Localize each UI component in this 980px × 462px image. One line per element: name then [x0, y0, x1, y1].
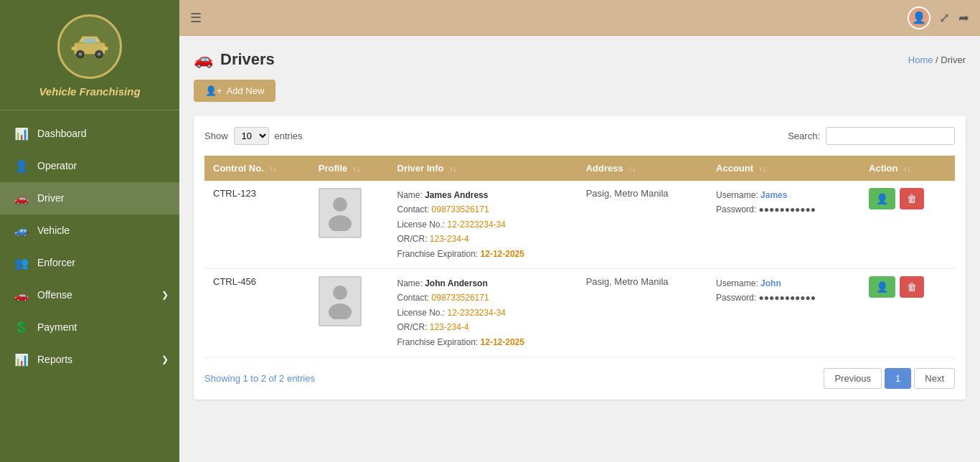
sort-icon-driver: ↑↓: [449, 165, 456, 173]
svg-point-9: [329, 215, 352, 231]
expand-icon[interactable]: ⤢: [939, 10, 950, 26]
svg-rect-7: [103, 47, 108, 50]
sidebar: Vehicle Franchising 📊 Dashboard 👤 Operat…: [0, 0, 179, 462]
edit-icon: 👤: [876, 193, 888, 204]
sort-icon-action: ↑↓: [903, 165, 910, 173]
sidebar-item-dashboard[interactable]: 📊 Dashboard: [0, 118, 179, 150]
table-row: CTRL-456 Name: John Anderson Contact: 09…: [204, 268, 955, 357]
account-info: Username: John Password: ●●●●●●●●●●●: [716, 276, 852, 306]
driver-icon: 🚗: [14, 192, 29, 205]
topbar-right: 👤 ⤢ ➦: [908, 6, 969, 29]
show-label: Show: [204, 131, 228, 141]
page-header: 🚗 Drivers Home / Driver: [194, 50, 966, 69]
ctrl-no-cell: CTRL-456: [204, 268, 310, 357]
topbar: ☰ 👤 ⤢ ➦: [179, 0, 980, 36]
add-new-button[interactable]: 👤+ Add New: [194, 80, 275, 102]
entries-label: entries: [275, 131, 303, 141]
entries-select[interactable]: 10 25 50: [234, 127, 269, 145]
reports-icon: 📊: [14, 353, 29, 367]
show-entries: Show 10 25 50 entries: [204, 127, 303, 145]
action-buttons: 👤 🗑: [869, 188, 946, 209]
sort-icon-account: ↑↓: [759, 165, 766, 173]
sidebar-item-label: Vehicle: [37, 225, 70, 236]
dashboard-icon: 📊: [14, 127, 29, 141]
th-address[interactable]: Address ↑↓: [578, 156, 707, 181]
table-row: CTRL-123 Name: James Andress Contact: 09…: [204, 181, 955, 268]
delete-button[interactable]: 🗑: [900, 188, 924, 209]
sidebar-item-operator[interactable]: 👤 Operator: [0, 150, 179, 182]
svg-point-11: [329, 303, 352, 319]
sidebar-item-label: Offense: [37, 289, 72, 301]
car-logo-icon: [68, 32, 111, 61]
pagination-info: Showing 1 to 2 of 2 entries: [204, 373, 315, 384]
operator-icon: 👤: [14, 159, 29, 173]
pagination-buttons: Previous 1 Next: [824, 368, 955, 389]
sidebar-item-driver[interactable]: 🚗 Driver: [0, 182, 179, 214]
sidebar-item-offense[interactable]: 🚗 Offense ❯: [0, 279, 179, 311]
account-username: Username: John: [716, 276, 852, 291]
sidebar-item-enforcer[interactable]: 👥 Enforcer: [0, 247, 179, 279]
enforcer-icon: 👥: [14, 256, 29, 270]
driver-orcr: OR/CR: 123-234-4: [397, 320, 569, 334]
breadcrumb: Home / Driver: [908, 55, 966, 65]
driver-name: Name: John Anderson: [397, 276, 569, 291]
th-account[interactable]: Account ↑↓: [707, 156, 860, 181]
sidebar-item-label: Dashboard: [37, 128, 87, 139]
svg-point-4: [98, 52, 100, 55]
th-ctrl[interactable]: Control No. ↑↓: [204, 156, 310, 181]
driver-info-cell: Name: James Andress Contact: 09873352617…: [389, 181, 578, 268]
hamburger-button[interactable]: ☰: [190, 10, 202, 26]
account-cell: Username: John Password: ●●●●●●●●●●●: [707, 268, 860, 357]
action-cell: 👤 🗑: [860, 268, 955, 357]
account-cell: Username: James Password: ●●●●●●●●●●●: [707, 181, 860, 268]
svg-point-10: [333, 286, 347, 300]
chevron-right-icon-reports: ❯: [161, 354, 169, 364]
sidebar-item-label: Driver: [37, 192, 64, 204]
profile-avatar: [319, 276, 362, 326]
search-label: Search:: [788, 131, 820, 141]
page-title-wrap: 🚗 Drivers: [194, 50, 275, 69]
sort-icon-address: ↑↓: [628, 165, 636, 173]
profile-avatar: [319, 188, 362, 238]
sidebar-item-label: Reports: [37, 354, 72, 365]
sidebar-item-payment[interactable]: 💲 Payment: [0, 311, 179, 344]
main-content: ☰ 👤 ⤢ ➦ 🚗 Drivers Home / Driver 👤+ Add N…: [179, 0, 980, 462]
sidebar-nav: 📊 Dashboard 👤 Operator 🚗 Driver 🚙 Vehicl…: [0, 110, 179, 463]
next-button[interactable]: Next: [914, 368, 955, 389]
account-password: Password: ●●●●●●●●●●●: [716, 291, 852, 305]
sidebar-logo: Vehicle Franchising: [0, 0, 179, 110]
th-driver-info[interactable]: Driver Info ↑↓: [389, 156, 578, 181]
drivers-table: Control No. ↑↓ Profile ↑↓ Driver Info ↑↓: [204, 156, 955, 357]
sidebar-item-reports[interactable]: 📊 Reports ❯: [0, 344, 179, 376]
table-body: CTRL-123 Name: James Andress Contact: 09…: [204, 181, 955, 357]
sidebar-item-vehicle[interactable]: 🚙 Vehicle: [0, 214, 179, 247]
prev-button[interactable]: Previous: [824, 368, 882, 389]
chevron-right-icon: ❯: [161, 290, 169, 300]
sidebar-item-label: Enforcer: [37, 257, 75, 268]
search-input[interactable]: [826, 127, 955, 145]
driver-info-cell: Name: John Anderson Contact: 09873352617…: [389, 268, 578, 357]
vehicle-icon: 🚙: [14, 224, 29, 237]
driver-license: License No.: 12-2323234-34: [397, 306, 569, 320]
account-info: Username: James Password: ●●●●●●●●●●●: [716, 188, 852, 217]
account-username: Username: James: [716, 188, 852, 202]
avatar[interactable]: 👤: [908, 6, 930, 29]
logout-icon[interactable]: ➦: [958, 10, 969, 26]
payment-icon: 💲: [14, 321, 29, 334]
edit-button[interactable]: 👤: [869, 188, 895, 209]
svg-point-2: [79, 52, 82, 55]
ctrl-no-value: CTRL-123: [213, 188, 256, 199]
table-container: Show 10 25 50 entries Search:: [194, 116, 966, 400]
sort-icon-profile: ↑↓: [353, 165, 360, 173]
breadcrumb-home[interactable]: Home: [908, 55, 933, 65]
th-profile[interactable]: Profile ↑↓: [310, 156, 389, 181]
person-silhouette-icon: [326, 283, 354, 319]
delete-button[interactable]: 🗑: [900, 276, 924, 298]
driver-info: Name: John Anderson Contact: 09873352617…: [397, 276, 569, 349]
content-area: 🚗 Drivers Home / Driver 👤+ Add New Show …: [179, 36, 980, 462]
th-action[interactable]: Action ↑↓: [860, 156, 955, 181]
edit-button[interactable]: 👤: [869, 276, 895, 298]
address-cell: Pasig, Metro Manila: [578, 268, 707, 357]
page-1-button[interactable]: 1: [885, 368, 911, 389]
action-buttons: 👤 🗑: [869, 276, 946, 298]
